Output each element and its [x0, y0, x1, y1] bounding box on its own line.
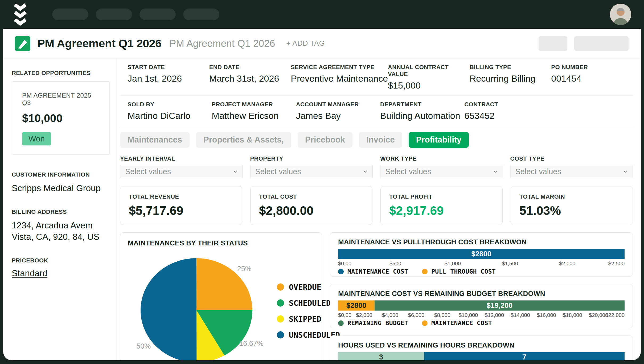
yearly-interval-select[interactable]: Select values	[120, 165, 243, 178]
axis-tick: $1,500	[502, 261, 518, 267]
header-actions	[539, 36, 629, 51]
add-tag-button[interactable]: + ADD TAG	[286, 39, 325, 48]
top-navigation-bar	[0, 0, 644, 29]
bar-chart-2-axis: $0,00$2,000$4,000$6,000$8,000$10,000$12,…	[338, 312, 625, 318]
bar-chart-2: $2800 $19,200	[338, 300, 625, 311]
header-action-placeholder-1[interactable]	[539, 36, 567, 51]
chevron-down-icon	[493, 170, 498, 173]
legend-item-pull-through-cost: PULL THROUGH COST	[422, 268, 496, 275]
page-header: PM Agreement Q1 2026 PM Agreement Q1 202…	[3, 29, 641, 58]
axis-tick: $14,000	[511, 312, 530, 318]
related-opportunities-label: RELATED OPPORTUNITIES	[12, 70, 110, 77]
remaining-budget-bar-segment: $19,200	[375, 300, 625, 311]
maintenances-status-pie-card: MAINTENANCES BY THEIR STATUS 25%16.67%8.…	[120, 232, 322, 360]
unscheduled-dot-icon	[277, 331, 284, 338]
hours-used-vs-remaining-card: HOURS USED VS REMAINING HOURS BREAKDOWN …	[330, 336, 633, 360]
filter-row: YEARLY INTERVAL Select values PROPERTY S…	[120, 155, 633, 178]
filter-yearly-interval: YEARLY INTERVAL Select values	[120, 155, 243, 178]
axis-tick: $6,000	[408, 312, 424, 318]
remaining-budget-dot-icon	[338, 320, 344, 326]
pie-slice-label: 16.67%	[239, 339, 264, 347]
chevron-down-icon	[233, 170, 238, 173]
maintenance-hours-bar-segment: 3	[338, 352, 424, 360]
status-badge: Won	[22, 132, 51, 145]
pie-slice-label: 50%	[136, 342, 151, 350]
nav-item-placeholder-2[interactable]	[96, 9, 132, 20]
bar-chart-1-axis: $0,00$500$1,000$1,500$2,000$2,500	[338, 260, 625, 266]
axis-tick: $500	[389, 261, 401, 267]
axis-tick: $2,000	[559, 261, 575, 267]
tab-maintenances[interactable]: Maintenances	[120, 132, 190, 148]
pie-chart-title: MAINTENANCES BY THEIR STATUS	[128, 239, 314, 247]
filter-cost-type: COST TYPE Select values	[510, 155, 633, 178]
pricebook-label: PRICEBOOK	[12, 257, 110, 264]
customer-name: Scripps Medical Group	[12, 182, 110, 194]
kpi-total-cost: TOTAL COST $2,800.00	[250, 186, 372, 225]
kpi-total-revenue: TOTAL REVENUE $5,717.69	[120, 186, 242, 225]
filter-work-type: WORK TYPE Select values	[380, 155, 503, 178]
maintenance-vs-pullthrough-card: MAINTENANCE VS PULLTHROUGH COST BREAKDWO…	[330, 232, 633, 277]
field-start-date: START DATEJan 1st, 2026	[128, 64, 209, 91]
header-action-placeholder-2[interactable]	[574, 36, 629, 51]
bar-chart-1-legend: MAINTENANCE COST PULL THROUGH COST	[338, 268, 625, 275]
axis-tick: $22,000	[605, 312, 625, 318]
user-avatar[interactable]	[610, 4, 631, 25]
legend-item-remaining-budget: REMAINING BUDGET	[338, 320, 408, 327]
billing-address: 1234, Arcadua Avem Vista, CA, 920, 84, U…	[12, 220, 108, 243]
field-project-manager: PROJECT MANAGERMatthew Ericson	[212, 101, 296, 121]
tab-pricebook[interactable]: Pricebook	[298, 132, 352, 148]
tab-invoice[interactable]: Invoice	[359, 132, 402, 148]
kpi-total-profit: TOTAL PROFIT $2,917.69	[380, 186, 503, 225]
nav-item-placeholder-3[interactable]	[140, 9, 176, 20]
kpi-total-margin: TOTAL MARGIN 51.03%	[511, 186, 633, 225]
top-nav-items	[52, 9, 219, 20]
axis-tick: $0,00	[338, 261, 351, 267]
axis-tick: $16,000	[537, 312, 556, 318]
skipped-dot-icon	[277, 315, 284, 323]
cost-type-select[interactable]: Select values	[510, 165, 633, 178]
bar-chart-2-title: MAINTENANCE COST VS REMAINING BUDGET BRE…	[338, 290, 625, 298]
page-subtitle: PM Agreement Q1 2026	[169, 38, 275, 49]
tab-properties-assets[interactable]: Properties & Assets,	[196, 132, 291, 148]
legend-item-maintenance-cost: MAINTENANCE COST	[338, 268, 408, 275]
remaining-hours-bar-segment: 7	[424, 352, 625, 360]
field-contract: CONTRACT653452	[464, 101, 548, 121]
opportunity-value: $10,000	[22, 112, 99, 125]
axis-tick: $10,000	[459, 312, 478, 318]
field-account-manager: ACCOUNT MANAGERJames Bay	[296, 101, 380, 121]
agreement-fields-row-1: START DATEJan 1st, 2026 END DATEMarch 31…	[120, 58, 633, 96]
maintenance-cost-bar-segment: $2800	[338, 300, 375, 311]
app-window: PM Agreement Q1 2026 PM Agreement Q1 202…	[0, 0, 644, 364]
field-annual-contract-value: ANNUAL CONTRACT VALUE$15,000	[388, 64, 470, 91]
buildops-logo-icon[interactable]	[14, 3, 27, 26]
bar-chart-3-title: HOURS USED VS REMAINING HOURS BREAKDOWN	[338, 341, 625, 349]
customer-information-label: CUSTOMER INFORMATION	[12, 171, 110, 178]
pricebook-link[interactable]: Standard	[12, 268, 47, 278]
kpi-cards: TOTAL REVENUE $5,717.69 TOTAL COST $2,80…	[120, 186, 633, 225]
work-type-select[interactable]: Select values	[380, 165, 503, 178]
axis-tick: $1,000	[445, 261, 461, 267]
pull-through-cost-dot-icon	[422, 269, 428, 274]
nav-item-placeholder-1[interactable]	[52, 9, 88, 20]
opportunity-name: PM AGREEMENT 2025 Q3	[22, 92, 99, 107]
axis-tick: $2,000	[356, 312, 372, 318]
axis-tick: $18,000	[563, 312, 582, 318]
nav-item-placeholder-4[interactable]	[183, 9, 219, 20]
tab-profitability[interactable]: Profitability	[409, 132, 469, 148]
field-department: DEPARTMENTBuilding Automation	[380, 101, 464, 121]
axis-tick: $0,00	[338, 312, 351, 318]
pie-slice-label: 25%	[237, 265, 252, 273]
property-select[interactable]: Select values	[250, 165, 373, 178]
overdue-dot-icon	[277, 283, 284, 291]
left-sidebar: RELATED OPPORTUNITIES PM AGREEMENT 2025 …	[3, 58, 117, 360]
field-service-agreement-type: SERVICE AGREEMENT TYPEPreventive Mainten…	[291, 64, 388, 91]
axis-tick: $8,000	[434, 312, 450, 318]
charts-section: MAINTENANCES BY THEIR STATUS 25%16.67%8.…	[120, 232, 633, 360]
agreement-icon	[15, 36, 30, 51]
related-opportunity-card[interactable]: PM AGREEMENT 2025 Q3 $10,000 Won	[12, 81, 110, 155]
field-end-date: END DATEMarch 31st, 2026	[209, 64, 291, 91]
bar-chart-1: $2800	[338, 249, 625, 259]
legend-item-maintenance-cost: MAINTENANCE COST	[422, 320, 492, 327]
chevron-down-icon	[363, 170, 368, 173]
maintenances-status-pie-chart: 25%16.67%8.3%50%	[128, 251, 277, 361]
